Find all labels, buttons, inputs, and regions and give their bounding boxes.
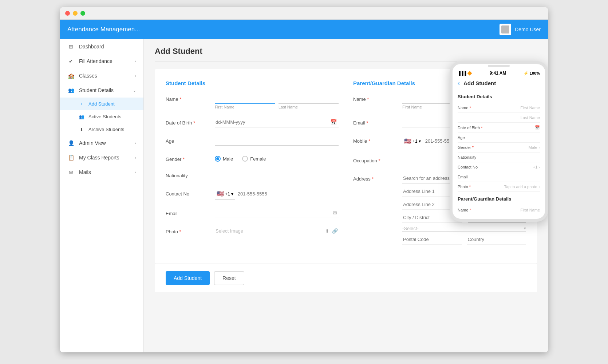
mobile-dropdown-arrow: ▾ [419,139,421,144]
app-header: Attendance Managemen... Demo User [60,20,548,39]
chevron-icon: › [135,141,136,145]
add-student-button[interactable]: Add Student [166,271,210,285]
add-icon: + [78,102,85,107]
mobile-field: Nationality [458,153,540,162]
sidebar-item-admin-view[interactable]: 👤 Admin View › [60,136,143,150]
student-section-title: Student Details [166,80,339,86]
email-icon: ✉ [333,210,337,216]
mobile-flag-select[interactable]: 🇺🇸 +1 ▾ [402,135,423,147]
active-students-icon: 👥 [78,114,85,119]
attendance-icon: ✔ [67,58,75,64]
postal-input[interactable] [402,234,462,245]
flag-icon: 🇺🇸 [217,190,224,197]
first-name-input[interactable] [215,94,275,104]
link-icon[interactable]: 🔗 [332,228,338,234]
battery-icon: ⚡ [524,71,529,76]
age-input[interactable] [215,135,339,146]
sidebar-item-classes[interactable]: 🏫 Classes › [60,68,143,83]
reports-icon: 📋 [67,155,75,161]
sidebar-item-mails[interactable]: ✉ Mails › [60,165,143,179]
user-name: Demo User [515,27,541,32]
close-btn[interactable] [65,11,70,16]
avatar [500,24,511,35]
sidebar-label-archive-students: Archive Students [88,127,124,132]
parent-name-label: Name * [353,94,397,102]
sidebar-item-active-students[interactable]: 👥 Active Students [60,110,143,123]
nationality-input[interactable] [215,170,339,180]
dob-row: Date of Birth * 📅 [166,117,339,127]
admin-icon: 👤 [67,140,75,146]
country-input[interactable] [467,234,526,245]
mobile-status-bar: ▐▐▐ 🔶 9:41 AM ⚡ 100% [453,68,545,76]
page-title: Add Student [155,47,537,62]
classes-icon: 🏫 [67,73,75,79]
photo-label: Photo * [166,226,209,234]
maximize-btn[interactable] [80,11,85,16]
mobile-title: Add Student [463,80,496,86]
age-row: Age [166,135,339,146]
form-actions: Add Student Reset [155,264,537,292]
sidebar-item-archive-students[interactable]: ⬇ Archive Students [60,123,143,136]
mobile-student-section: Student Details [458,94,540,99]
flag-select[interactable]: 🇺🇸 +1 ▾ [215,188,235,200]
contact-input[interactable] [237,189,339,199]
dob-input[interactable] [215,117,339,127]
mobile-field: Date of Birth * 📅 [458,123,540,133]
radio-female[interactable]: Female [242,156,266,162]
photo-field: Select Image ⬆ 🔗 [215,226,339,236]
sidebar-label-admin-view: Admin View [79,140,106,146]
mobile-time: 9:41 AM [490,71,506,76]
sidebar: ⊞ Dashboard ✔ Fill Attendance › 🏫 Classe… [60,39,144,352]
chevron-icon: › [135,59,136,63]
mobile-parent-section: Parent/Guardian Details Name * First Nam… [458,196,540,215]
mobile-parent-name-field: Name * First Name [458,205,540,215]
sidebar-label-my-class-reports: My Class Reports [79,155,119,161]
name-label: Name * [166,94,209,102]
mobile-field: Age [458,133,540,143]
mobile-field: Last Name [458,113,540,123]
student-details-col: Student Details Name * [166,80,339,253]
nationality-label: Nationality [166,170,209,178]
calendar-small-icon: 📅 [535,125,540,130]
sidebar-item-dashboard[interactable]: ⊞ Dashboard [60,39,143,54]
name-fields: First Name Last Name [215,94,339,109]
reset-button[interactable]: Reset [214,271,244,285]
mobile-body: Student Details Name * First Name Last N… [453,90,545,219]
sidebar-label-active-students: Active Students [88,114,121,119]
last-name-label: Last Name [279,105,339,109]
mobile-parent-title: Parent/Guardian Details [458,196,540,202]
first-name-label: First Name [215,105,275,109]
mobile-back-button[interactable]: ‹ [458,79,460,87]
sidebar-item-my-class-reports[interactable]: 📋 My Class Reports › [60,150,143,165]
name-row: Name * First Name [166,94,339,109]
sidebar-item-fill-attendance[interactable]: ✔ Fill Attendance › [60,54,143,68]
sidebar-item-student-details[interactable]: 👥 Student Details ⌄ [60,83,143,98]
sidebar-label-student-details: Student Details [79,87,114,93]
mobile-field: Photo * Tap to add a photo › [458,182,540,192]
student-icon: 👥 [67,87,75,93]
main-content: Add Student Student Details Name * [144,39,548,352]
upload-icon[interactable]: ⬆ [325,228,329,234]
sidebar-label-mails: Mails [79,169,91,175]
email-row: Email ✉ [166,208,339,218]
minimize-btn[interactable] [73,11,78,16]
last-name-input[interactable] [279,94,339,104]
gender-radio-group: Male Female [215,154,339,162]
mobile-field: Gender * Male › [458,143,540,153]
radio-male[interactable]: Male [215,156,233,162]
chevron-icon: › [135,74,136,78]
nationality-row: Nationality [166,170,339,180]
address-label: Address * [353,173,397,182]
title-bar [60,7,548,20]
mobile-field: Email [458,172,540,182]
chevron-icon: › [135,155,136,160]
archive-icon: ⬇ [78,127,85,132]
sidebar-item-add-student[interactable]: + Add Student [60,98,143,110]
gender-label: Gender * [166,154,209,162]
mobile-field: Contact No +1 › [458,162,540,172]
email-input[interactable] [215,208,339,218]
calendar-icon[interactable]: 📅 [330,119,337,126]
occupation-label: Occupation * [353,155,397,163]
chevron-icon: › [135,170,136,174]
parent-email-label: Email * [353,117,397,126]
